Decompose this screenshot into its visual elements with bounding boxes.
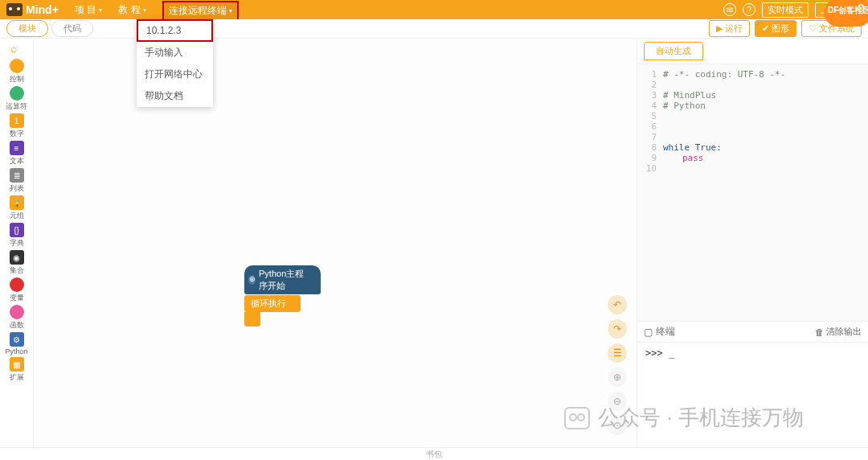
caret-down-icon: ▾ <box>143 6 146 14</box>
caret-down-icon: ▾ <box>99 6 102 14</box>
zoom-reset-button[interactable]: ⊙ <box>608 416 627 435</box>
palette-category-10[interactable]: ⚙Python <box>5 331 27 356</box>
line-number: 1 <box>641 69 657 80</box>
menu-project[interactable]: 项 目▾ <box>75 3 102 17</box>
check-icon: ✔ <box>762 23 769 34</box>
terminal-header: ▢终端 🗑清除输出 <box>637 321 868 343</box>
category-label: 字典 <box>10 238 24 248</box>
category-label: 运算符 <box>6 101 27 112</box>
zoom-out-button[interactable]: ⊖ <box>608 392 627 411</box>
trash-icon: 🗑 <box>815 327 824 337</box>
code-panel: 自动生成 1# -*- coding: UTF-8 -*-23# MindPlu… <box>637 39 868 447</box>
top-menubar: Mind+ 项 目▾ 教 程▾ 连接远程终端▾ ✉ ? 实时模式 上传模式 <box>0 0 868 19</box>
palette-category-2[interactable]: 1数字 <box>5 113 27 140</box>
menu-connect-remote[interactable]: 连接远程终端▾ <box>162 1 239 19</box>
logo-icon <box>6 3 23 16</box>
logo-text: Mind+ <box>26 3 59 16</box>
block-palette: ⌕ 控制运算符1数字≡文本≣列表🔒元组{}字典◉集合变量函数⚙Python▦扩展 <box>0 39 34 447</box>
palette-category-1[interactable]: 运算符 <box>5 85 27 113</box>
terminal-output[interactable]: >>> _ <box>637 343 868 447</box>
category-label: 集合 <box>10 265 24 276</box>
category-icon: 1 <box>10 113 24 128</box>
category-icon: ≡ <box>10 141 24 155</box>
terminal-title: 终端 <box>656 325 675 339</box>
category-icon: 🔒 <box>10 195 24 210</box>
palette-category-9[interactable]: 函数 <box>5 304 27 331</box>
code-text: while True: <box>663 142 722 153</box>
tab-auto-generate[interactable]: 自动生成 <box>644 42 703 60</box>
redo-button[interactable]: ↷ <box>608 319 627 339</box>
code-text: # MindPlus <box>663 90 716 101</box>
gui-button[interactable]: ✔图形 <box>755 20 796 37</box>
code-editor[interactable]: 1# -*- coding: UTF-8 -*-23# MindPlus4# P… <box>637 64 868 321</box>
code-line: 4# Python <box>641 101 865 111</box>
line-number: 9 <box>641 153 657 163</box>
block-stack[interactable]: ⊕ Python主程序开始 循环执行 <box>244 265 321 327</box>
category-label: 扩展 <box>10 372 24 383</box>
line-number: 4 <box>641 101 657 111</box>
backpack-label[interactable]: 书包 <box>426 449 442 460</box>
file-icon: ♡ <box>809 23 817 34</box>
tab-code[interactable]: 代码 <box>51 20 93 37</box>
clear-output-button[interactable]: 🗑清除输出 <box>815 326 862 338</box>
run-button[interactable]: ▶运行 <box>709 20 750 37</box>
dropdown-netcenter-item[interactable]: 打开网络中心 <box>137 64 213 85</box>
palette-category-8[interactable]: 变量 <box>5 277 27 304</box>
dropdown-ip-item[interactable]: 10.1.2.3 <box>137 21 213 42</box>
code-line: 10 <box>641 163 865 174</box>
code-line: 9pass <box>641 153 865 163</box>
code-text: pass <box>663 153 704 163</box>
category-label: 文本 <box>10 156 24 166</box>
terminal-prompt: >>> _ <box>645 347 860 359</box>
palette-category-5[interactable]: 🔒元组 <box>5 195 27 222</box>
code-line: 5 <box>641 111 865 121</box>
play-icon: ▶ <box>716 23 723 34</box>
code-text: # Python <box>663 101 706 111</box>
block-canvas[interactable]: ⊕ Python主程序开始 循环执行 ↶ ↷ ☰ ⊕ ⊖ ⊙ <box>34 39 637 447</box>
code-line: 8while True: <box>641 142 865 153</box>
line-number: 8 <box>641 142 657 153</box>
python-start-block[interactable]: ⊕ Python主程序开始 <box>244 265 321 294</box>
terminal-icon: ▢ <box>644 327 653 338</box>
code-line: 3# MindPlus <box>641 90 865 101</box>
palette-category-3[interactable]: ≡文本 <box>5 140 27 167</box>
menu-tutorial[interactable]: 教 程▾ <box>118 3 145 17</box>
loop-block[interactable]: 循环执行 <box>244 295 301 312</box>
dropdown-help-item[interactable]: 帮助文档 <box>137 85 213 107</box>
tab-blocks[interactable]: 模块 <box>6 20 48 37</box>
bottom-bar: 书包 <box>0 447 868 460</box>
category-label: 变量 <box>10 293 24 303</box>
code-line: 1# -*- coding: UTF-8 -*- <box>641 69 865 80</box>
palette-category-11[interactable]: ▦扩展 <box>5 356 27 384</box>
line-number: 6 <box>641 121 657 132</box>
mail-icon[interactable]: ✉ <box>723 3 736 16</box>
settings-gear-icon[interactable]: ⚙ <box>856 2 866 14</box>
code-tab-bar: 自动生成 <box>637 39 868 64</box>
app-logo: Mind+ <box>6 3 59 16</box>
palette-category-6[interactable]: {}字典 <box>5 222 27 249</box>
code-line: 7 <box>641 132 865 142</box>
zoom-in-button[interactable]: ⊕ <box>608 368 627 387</box>
category-icon: ◉ <box>10 250 24 265</box>
mode-realtime-button[interactable]: 实时模式 <box>762 2 809 18</box>
search-icon[interactable]: ⌕ <box>10 42 23 55</box>
line-number: 2 <box>641 80 657 90</box>
palette-category-0[interactable]: 控制 <box>5 58 27 85</box>
palette-category-7[interactable]: ◉集合 <box>5 249 27 277</box>
help-icon[interactable]: ? <box>743 3 755 16</box>
category-icon <box>10 305 24 319</box>
loop-block-body[interactable] <box>244 312 260 327</box>
toolbar: 模块 代码 ▶运行 ✔图形 ♡文件系统 <box>0 19 868 39</box>
palette-category-4[interactable]: ≣列表 <box>5 167 27 195</box>
python-icon: ⊕ <box>248 275 256 285</box>
connect-dropdown: 10.1.2.3 手动输入 打开网络中心 帮助文档 <box>137 19 213 107</box>
line-number: 10 <box>641 163 657 174</box>
category-icon <box>10 59 24 73</box>
undo-button[interactable]: ↶ <box>608 295 627 314</box>
category-icon: ≣ <box>10 168 24 183</box>
code-text: # -*- coding: UTF-8 -*- <box>663 69 785 80</box>
dropdown-manual-item[interactable]: 手动输入 <box>137 42 213 64</box>
category-icon <box>10 86 24 101</box>
tidy-button[interactable]: ☰ <box>608 343 627 363</box>
line-number: 7 <box>641 132 657 142</box>
